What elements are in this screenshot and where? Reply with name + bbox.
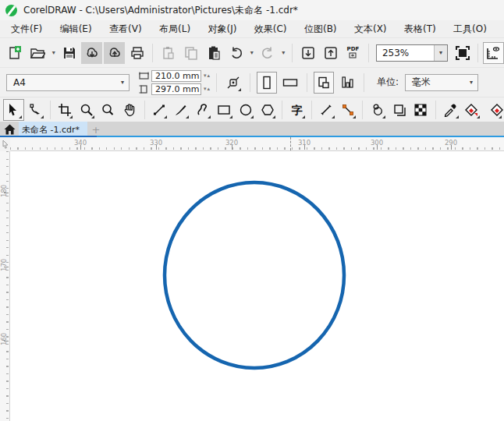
eyedropper-tool[interactable] (440, 99, 461, 121)
units-dropdown-caret[interactable]: ▾ (465, 79, 477, 86)
shadow-tool[interactable] (367, 99, 388, 121)
page-width-field[interactable]: 210.0 mm (151, 70, 201, 82)
mesh-fill-tool[interactable] (410, 99, 431, 121)
menu-layout[interactable]: 布局(L) (154, 21, 195, 37)
polygon-tool[interactable] (257, 99, 278, 121)
zoom-out-tool[interactable] (98, 99, 119, 121)
straight-line-tool[interactable] (316, 99, 337, 121)
open-button[interactable] (27, 42, 48, 64)
units-combobox[interactable]: 毫米 ▾ (405, 74, 478, 91)
current-page-icon (341, 76, 353, 90)
bspline-tool[interactable] (192, 99, 213, 121)
vruler-label: 180 (0, 185, 8, 197)
redo-dropdown-caret[interactable]: ▾ (280, 49, 288, 56)
portrait-icon (261, 76, 273, 90)
new-tab-button[interactable]: + (87, 122, 105, 137)
page-height-field[interactable]: 297.0 mm (151, 83, 201, 95)
paste-special-button[interactable] (158, 42, 179, 64)
units-value[interactable]: 毫米 (406, 76, 465, 89)
preset-dropdown-caret[interactable]: ▾ (116, 79, 129, 86)
menu-table[interactable]: 表格(T) (399, 21, 441, 37)
menu-tools[interactable]: 工具(O) (449, 21, 492, 37)
page-edge-marker (290, 137, 291, 150)
fullscreen-preview-icon (454, 44, 471, 62)
text-tool[interactable]: 字 (286, 99, 307, 121)
import-icon (300, 45, 316, 61)
eyedropper-icon (443, 103, 457, 117)
publish-pdf-icon (349, 52, 357, 58)
toolbox-divider (50, 101, 51, 119)
undo-dropdown-caret[interactable]: ▾ (248, 49, 256, 56)
toolbox-divider (362, 101, 363, 119)
page-width-spinner[interactable]: ▾▴ (204, 73, 210, 79)
print-button[interactable] (126, 42, 147, 64)
pick-tool[interactable] (3, 99, 24, 121)
open-dropdown-caret[interactable]: ▾ (50, 49, 58, 56)
undo-button[interactable] (225, 42, 247, 64)
import-button[interactable] (297, 42, 318, 64)
menu-bar: 文件(F) 编辑(E) 查看(V) 布局(L) 对象(J) 效果(C) 位图(B… (0, 20, 504, 37)
copy-button[interactable] (180, 42, 201, 64)
current-page-button[interactable] (337, 72, 357, 94)
export-button[interactable] (320, 42, 341, 64)
interactive-fill-tool[interactable] (462, 99, 483, 121)
shape-tool-icon (28, 103, 42, 117)
fullscreen-preview-button[interactable] (452, 42, 473, 64)
pan-tool[interactable] (119, 99, 140, 121)
landscape-orientation-button[interactable] (280, 72, 300, 94)
straight-line-icon (319, 103, 333, 117)
menu-view[interactable]: 查看(V) (105, 21, 147, 37)
document-tab-active[interactable]: 未命名 -1.cdr* (19, 122, 87, 137)
hruler-label: 340 (74, 139, 87, 147)
save-button[interactable] (59, 42, 80, 64)
ellipse-tool[interactable] (236, 99, 257, 121)
redo-button[interactable] (257, 42, 279, 64)
autofit-page-icon (226, 76, 240, 90)
rectangle-tool[interactable] (214, 99, 235, 121)
transparency-tool[interactable] (389, 99, 410, 121)
zoom-out-tool-icon (101, 103, 115, 117)
zoom-level-combobox[interactable]: 253% ▾ (376, 44, 448, 62)
propbar-divider (216, 73, 217, 92)
page-size-preset-combobox[interactable]: A4 ▾ (6, 74, 130, 91)
shadow-tool-icon (371, 103, 385, 117)
artistic-media-tool[interactable] (170, 99, 191, 121)
ruler-toggle-button[interactable] (483, 42, 504, 64)
propbar-divider (250, 73, 250, 92)
connector-tool[interactable] (338, 99, 359, 121)
page-height-spinner[interactable]: ▾▴ (204, 86, 210, 92)
circle-shape[interactable] (165, 182, 344, 368)
paste-button[interactable] (203, 42, 224, 64)
cloud-download-button[interactable] (81, 42, 102, 64)
autofit-page-button[interactable] (223, 72, 243, 94)
hruler-label: 310 (298, 139, 311, 147)
menu-object[interactable]: 对象(J) (203, 21, 241, 37)
menu-file[interactable]: 文件(F) (6, 21, 47, 37)
menu-bitmaps[interactable]: 位图(B) (300, 21, 342, 37)
ruler-eye-icon (485, 45, 501, 61)
crop-tool[interactable] (55, 99, 76, 121)
bspline-curve-icon (196, 103, 210, 117)
zoom-level-value[interactable]: 253% (377, 48, 434, 58)
welcome-screen-button[interactable] (0, 122, 19, 137)
shape-tool[interactable] (25, 99, 46, 121)
cloud-upload-button[interactable] (104, 42, 125, 64)
all-pages-button[interactable] (314, 72, 334, 94)
vertical-ruler[interactable]: 180 170 160 (0, 151, 10, 421)
ruler-origin-corner[interactable] (0, 137, 10, 151)
new-document-button[interactable] (5, 42, 26, 64)
zoom-dropdown-caret[interactable]: ▾ (434, 45, 447, 61)
drawing-canvas[interactable] (11, 151, 504, 421)
page-size-preset-value[interactable]: A4 (7, 77, 116, 88)
smart-fill-tool[interactable] (483, 99, 504, 121)
toolbox-divider (282, 101, 282, 119)
menu-text[interactable]: 文本(X) (350, 21, 392, 37)
toolbar-divider (152, 44, 153, 62)
portrait-orientation-button[interactable] (257, 72, 277, 94)
horizontal-ruler[interactable]: 340 330 320 310 300 290 (10, 137, 504, 151)
menu-effects[interactable]: 效果(C) (250, 21, 292, 37)
freehand-tool[interactable] (149, 99, 170, 121)
publish-pdf-button[interactable]: PDF (343, 42, 364, 64)
menu-edit[interactable]: 编辑(E) (55, 21, 97, 37)
zoom-tool[interactable] (76, 99, 97, 121)
